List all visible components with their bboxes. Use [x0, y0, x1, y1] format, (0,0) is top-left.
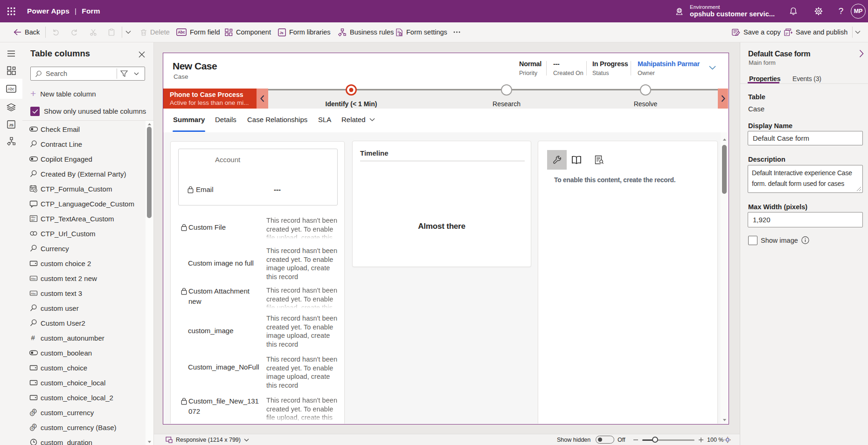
slider-thumb[interactable]: [652, 437, 658, 443]
avatar[interactable]: MP: [851, 4, 866, 19]
table-column-item[interactable]: custom_choice_local_2: [22, 390, 146, 405]
table-column-item[interactable]: Currency: [22, 241, 146, 256]
table-column-item[interactable]: $¢custom_currency: [22, 405, 146, 420]
case-search-button[interactable]: [594, 155, 604, 165]
table-column-item[interactable]: custom_duration: [22, 435, 146, 445]
table-column-item[interactable]: Copilot Engaged: [22, 151, 146, 166]
zoom-out-icon[interactable]: [633, 434, 639, 445]
tab-events[interactable]: Events (3): [792, 75, 821, 82]
info-icon[interactable]: [801, 236, 809, 244]
knowledge-base-button[interactable]: [571, 155, 582, 165]
settings-button[interactable]: [809, 0, 828, 22]
table-column-item[interactable]: #custom_autonumber: [22, 330, 146, 345]
header-chevron-icon[interactable]: [707, 62, 717, 73]
header-field-owner[interactable]: Mahipatsinh ParmarOwner: [638, 60, 700, 76]
wrench-tool-button[interactable]: [547, 150, 567, 170]
filter-button[interactable]: [117, 67, 131, 80]
header-field-value: Mahipatsinh Parmar: [638, 60, 700, 68]
clipboard-chevron-button[interactable]: [125, 22, 131, 42]
form-preview[interactable]: New Case Case NormalPriority---Created O…: [163, 53, 729, 424]
show-image-checkbox[interactable]: [748, 236, 757, 245]
notifications-button[interactable]: [784, 0, 803, 22]
form-tab-related[interactable]: Related: [341, 116, 375, 123]
bpf-process-box[interactable]: Phone to Case Process Active for less th…: [163, 89, 257, 109]
table-column-item[interactable]: custom choice 2: [22, 256, 146, 271]
column-label: CTP_TextArea_Custom: [41, 215, 114, 223]
stage-dot[interactable]: [346, 84, 357, 96]
zoom-in-icon[interactable]: [698, 434, 704, 445]
form-tab-case-relationships[interactable]: Case Relationships: [247, 116, 307, 123]
bpf-next-stage-button[interactable]: [718, 89, 728, 109]
table-column-item[interactable]: Contract Line: [22, 137, 146, 151]
bpf-previous-stage-button[interactable]: [257, 89, 268, 109]
form-settings-button[interactable]: Form settings: [396, 22, 447, 42]
save-options-chevron-button[interactable]: [855, 22, 861, 42]
table-column-item[interactable]: custom user: [22, 301, 146, 315]
table-column-item[interactable]: CTP_Formula_Custom: [22, 181, 146, 196]
stage-dot[interactable]: [501, 84, 512, 96]
checkbox-checked[interactable]: [30, 107, 40, 116]
collapse-panel-button[interactable]: [856, 48, 867, 59]
form-tab-details[interactable]: Details: [215, 116, 236, 123]
form-tab-summary[interactable]: Summary: [173, 116, 205, 123]
form-scroll-down-icon[interactable]: [722, 418, 727, 422]
timeline-card[interactable]: Timeline Almost there: [352, 141, 531, 267]
save-and-publish-button[interactable]: Save and publish: [784, 22, 847, 42]
max-width-input[interactable]: [748, 212, 863, 227]
show-hidden-toggle[interactable]: [596, 436, 614, 444]
table-column-item[interactable]: Abccustom text 3: [22, 286, 146, 301]
table-column-item[interactable]: Custom User2: [22, 315, 146, 330]
table-column-item[interactable]: Created By (External Party): [22, 166, 146, 181]
account-lookup-box[interactable]: Account Email ---: [178, 149, 338, 205]
help-button[interactable]: ?: [832, 0, 850, 22]
left-panel-scrollbar[interactable]: [146, 121, 153, 445]
responsive-selector[interactable]: Responsive (1214 x 799): [166, 434, 249, 445]
form-tab-sla[interactable]: SLA: [318, 116, 331, 123]
search-input[interactable]: [46, 70, 117, 77]
rail-item-business-rules[interactable]: [0, 134, 22, 149]
component-button[interactable]: Component: [225, 22, 271, 42]
scrollbar-thumb[interactable]: [147, 127, 152, 218]
rail-item-components[interactable]: [0, 63, 22, 78]
form-scrollbar[interactable]: [721, 132, 728, 424]
form-libraries-button[interactable]: JsForm libraries: [278, 22, 331, 42]
table-column-item[interactable]: $¢custom_currency (Base): [22, 420, 146, 435]
description-textarea[interactable]: [748, 165, 863, 193]
email-field-row[interactable]: Email ---: [187, 185, 329, 193]
related-content-card[interactable]: To enable this content, create the recor…: [538, 141, 718, 424]
close-panel-button[interactable]: [135, 48, 148, 61]
scroll-up-icon[interactable]: [147, 122, 152, 126]
scroll-down-icon[interactable]: [147, 439, 152, 444]
table-column-item[interactable]: custom_boolean: [22, 345, 146, 360]
tab-properties[interactable]: Properties: [749, 75, 780, 82]
environment-picker[interactable]: Environment opshub customer servic...: [675, 0, 775, 22]
table-column-item[interactable]: Check Email: [22, 122, 146, 137]
stage-dot[interactable]: [640, 84, 651, 96]
table-column-item[interactable]: CTP_LanguageCode_Custom: [22, 196, 146, 211]
table-column-item[interactable]: Abccustom text 2 new: [22, 271, 146, 286]
table-column-item[interactable]: AbcdefCTP_TextArea_Custom: [22, 211, 146, 226]
show-unused-checkbox-row[interactable]: Show only unused table columns: [30, 107, 146, 116]
table-column-item[interactable]: custom_choice: [22, 360, 146, 375]
business-rules-button[interactable]: Business rules: [338, 22, 394, 42]
more-commands-button[interactable]: [453, 22, 460, 42]
rail-item-form-libraries[interactable]: JS: [0, 116, 22, 132]
rail-item-table-columns[interactable]: Abc: [0, 79, 22, 99]
table-column-item[interactable]: custom_choice_local: [22, 375, 146, 390]
fit-to-screen-icon[interactable]: [724, 434, 731, 445]
filter-chevron-icon[interactable]: [131, 67, 141, 80]
save-a-copy-button[interactable]: Save a copy: [732, 22, 781, 42]
table-column-item[interactable]: CTP_Url_Custom: [22, 226, 146, 241]
rail-item-form-layers[interactable]: [0, 99, 22, 115]
form-field-button[interactable]: AbcForm field: [176, 22, 220, 42]
zoom-slider[interactable]: [642, 434, 694, 445]
back-button[interactable]: Back: [14, 22, 40, 42]
waffle-icon[interactable]: [0, 0, 22, 22]
display-name-input[interactable]: [748, 131, 863, 145]
new-table-column-button[interactable]: + New table column: [30, 89, 96, 99]
field-message: This record hasn't beencreated yet. To e…: [266, 286, 341, 308]
form-scroll-up-icon[interactable]: [722, 137, 727, 142]
rail-item-tree-view[interactable]: [0, 46, 22, 61]
form-scrollbar-thumb[interactable]: [722, 145, 727, 194]
summary-column-card[interactable]: Account Email --- Custom FileThis record…: [170, 141, 345, 424]
